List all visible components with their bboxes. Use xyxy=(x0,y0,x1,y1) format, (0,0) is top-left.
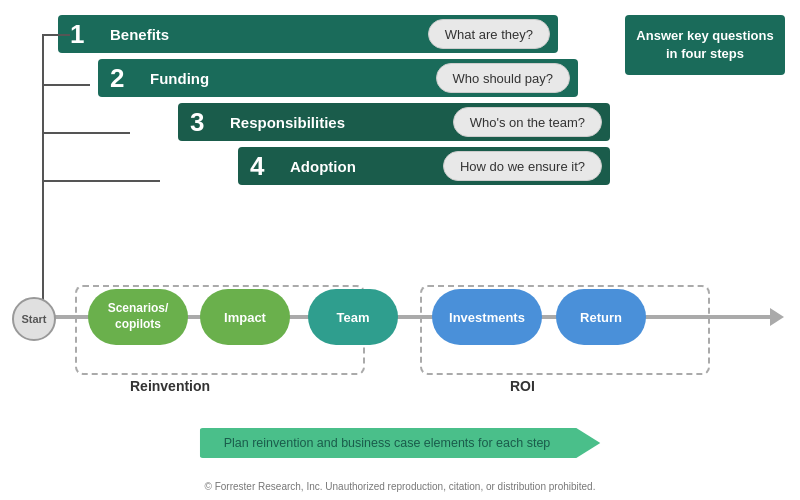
step-row-1: 1 Benefits What are they? xyxy=(58,15,610,53)
step-number-2: 2 xyxy=(110,63,140,94)
answer-key-box: Answer key questions in four steps xyxy=(625,15,785,75)
h-connector-3 xyxy=(42,132,130,134)
start-node: Start xyxy=(12,297,56,341)
step-row-4: 4 Adoption How do we ensure it? xyxy=(148,147,610,185)
node-scenarios: Scenarios/ copilots xyxy=(88,289,188,345)
step-label-3: Responsibilities xyxy=(230,114,453,131)
node-impact: Impact xyxy=(200,289,290,345)
step-number-1: 1 xyxy=(70,19,100,50)
step-number-3: 3 xyxy=(190,107,220,138)
node-impact-label: Impact xyxy=(224,310,266,325)
roi-label: ROI xyxy=(510,378,535,394)
node-scenarios-label: Scenarios/ copilots xyxy=(108,301,169,332)
h-connector-4 xyxy=(42,180,160,182)
step-banner-4: 4 Adoption How do we ensure it? xyxy=(238,147,610,185)
step-question-3: Who's on the team? xyxy=(453,107,602,137)
h-connector-2 xyxy=(42,84,90,86)
step-question-4: How do we ensure it? xyxy=(443,151,602,181)
step-banner-2: 2 Funding Who should pay? xyxy=(98,59,578,97)
step-question-2: Who should pay? xyxy=(436,63,570,93)
node-investments: Investments xyxy=(432,289,542,345)
node-investments-label: Investments xyxy=(449,310,525,325)
step-label-2: Funding xyxy=(150,70,436,87)
footer: © Forrester Research, Inc. Unauthorized … xyxy=(205,481,596,492)
node-team-label: Team xyxy=(337,310,370,325)
node-return: Return xyxy=(556,289,646,345)
step-row-3: 3 Responsibilities Who's on the team? xyxy=(118,103,610,141)
bottom-banner: Plan reinvention and business case eleme… xyxy=(200,428,601,458)
h-connector-1 xyxy=(42,34,70,36)
bottom-banner-text: Plan reinvention and business case eleme… xyxy=(224,436,551,450)
step-question-1: What are they? xyxy=(428,19,550,49)
node-team: Team xyxy=(308,289,398,345)
step-number-4: 4 xyxy=(250,151,280,182)
step-row-2: 2 Funding Who should pay? xyxy=(78,59,610,97)
main-container: Answer key questions in four steps 1 Ben… xyxy=(0,0,800,500)
reinvention-label: Reinvention xyxy=(130,378,210,394)
node-return-label: Return xyxy=(580,310,622,325)
step-label-1: Benefits xyxy=(110,26,428,43)
step-label-4: Adoption xyxy=(290,158,443,175)
left-vertical-line xyxy=(42,34,44,286)
step-banner-3: 3 Responsibilities Who's on the team? xyxy=(178,103,610,141)
flow-arrow xyxy=(770,308,784,326)
step-banner-1: 1 Benefits What are they? xyxy=(58,15,558,53)
steps-area: 1 Benefits What are they? 2 Funding Who … xyxy=(30,15,610,191)
start-label: Start xyxy=(21,313,46,325)
